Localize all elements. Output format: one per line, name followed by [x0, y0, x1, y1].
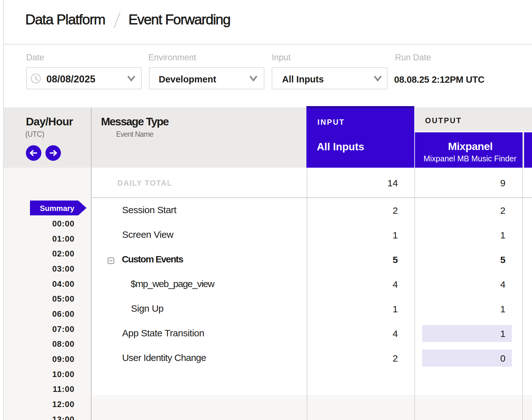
svg-text:Summary: Summary	[40, 204, 74, 213]
